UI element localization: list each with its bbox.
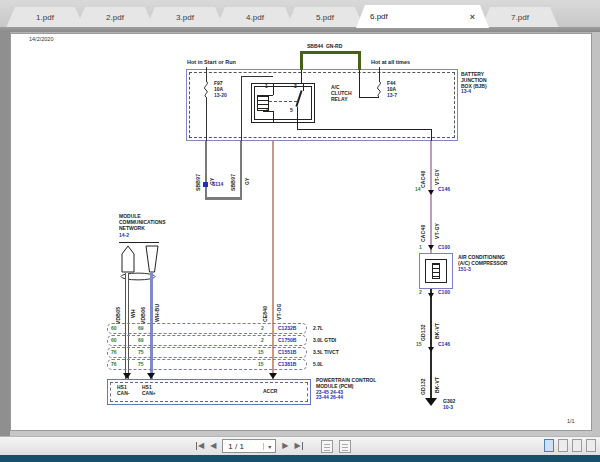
relay-pin3-lead <box>303 83 304 91</box>
wire-sbb44-left-leg <box>300 51 303 70</box>
continuous-view-button[interactable] <box>558 439 568 452</box>
row-pin: 60 <box>111 326 117 332</box>
tab-label: 5.pdf <box>316 13 334 22</box>
relay-pin1: 1 <box>265 84 268 90</box>
gnd-circuit-label-2: GD132 <box>421 355 426 395</box>
relay-pin2: 2 <box>265 108 268 114</box>
previous-view-button[interactable] <box>321 440 333 453</box>
row-pin: 76 <box>111 362 117 368</box>
fuse-f97-label: F9710A 13-20 <box>214 81 227 98</box>
wire-sbb44-right-leg <box>358 51 361 70</box>
wire-f97-top <box>206 67 207 81</box>
c146-feed-name: C146 <box>438 187 450 193</box>
mcn-bracket-line <box>119 242 159 243</box>
dropdown-caret-icon[interactable]: ▾ <box>263 443 275 450</box>
connector-chevron-icon <box>428 293 434 298</box>
page-number-value: 1 / 1 <box>223 442 263 451</box>
feed-color-label-2: VT-GY <box>435 205 440 239</box>
next-view-button[interactable] <box>339 440 351 453</box>
right-window-edge <box>592 32 600 436</box>
row-engine: 5.0L <box>313 362 323 368</box>
tab-label: 1.pdf <box>36 13 54 22</box>
wire-loop-left-gy <box>205 141 208 199</box>
ground-ref: 10-3 <box>443 405 453 411</box>
row-engine: 2.7L <box>313 326 323 332</box>
view-mode-group <box>544 439 596 452</box>
tabbar-bottom-edge <box>0 27 600 32</box>
splice-s114-dot <box>203 182 208 187</box>
pdf-page: 14/2/2020 1/1 Hot in Start or Run Hot at… <box>10 33 592 431</box>
sbb44-label: SBB44 GN-RD <box>307 44 342 50</box>
c146-gnd-name: C146 <box>438 342 450 348</box>
row-pin: 2 <box>261 338 264 344</box>
row-pin: 76 <box>111 350 117 356</box>
pcm-can-plus-label: HS1CAN+ <box>142 385 156 397</box>
row-connector: C1232B <box>278 326 296 332</box>
tab-2pdf[interactable]: 2.pdf <box>76 7 154 28</box>
page-number-combo[interactable]: 1 / 1 ▾ <box>222 439 276 453</box>
page-nav-group: ◀ ◀ 1 / 1 ▾ ▶ ▶ <box>196 439 351 453</box>
last-page-button[interactable]: ▶ <box>294 442 302 450</box>
tab-7pdf[interactable]: 7.pdf <box>481 7 559 28</box>
tab-6pdf-active[interactable]: 6.pdf × <box>356 5 489 28</box>
viewer-toolbar: ◀ ◀ 1 / 1 ▾ ▶ ▶ <box>0 436 600 455</box>
bus-terminator-icon <box>121 245 135 273</box>
loop-right-circuit-label: SBB97 <box>231 149 236 191</box>
single-page-view-button[interactable] <box>544 439 554 452</box>
tab-4pdf[interactable]: 4.pdf <box>216 7 294 28</box>
relay-coil-top-link <box>263 95 273 96</box>
wire-feed-vt <box>430 141 433 253</box>
pcm-connector-row <box>107 335 307 346</box>
row-pin: 69 <box>138 326 144 332</box>
wire-f97-down-in-box <box>206 97 207 141</box>
hot-at-all-times-label: Hot at all times <box>371 59 410 65</box>
first-page-button[interactable]: ◀ <box>196 442 204 450</box>
feed-color-label-1: VT-GY <box>435 151 440 185</box>
wire-gnd-bk <box>430 289 433 399</box>
pcm-box <box>107 379 311 405</box>
row-pin: 15 <box>258 350 264 356</box>
bjb-label: BATTERYJUNCTIONBOX (BJB) 13-4 <box>461 72 487 95</box>
wire-f44-drop <box>359 70 360 98</box>
can-minus-circuit-label: VDB05 <box>116 284 121 324</box>
relay-label: A/CCLUTCHRELAY <box>331 85 352 102</box>
accr-color-label: VT-OG <box>277 284 282 320</box>
status-bar <box>0 455 600 462</box>
tab-5pdf[interactable]: 5.pdf <box>286 7 364 28</box>
row-engine: 3.5L TIVCT <box>313 350 339 356</box>
loop-right-color-label: GY <box>245 153 250 185</box>
feed-circuit-label-2: CAC40 <box>421 202 426 242</box>
tab-3pdf[interactable]: 3.pdf <box>146 7 224 28</box>
close-icon[interactable]: × <box>470 12 475 22</box>
gnd-color-label-2: BK-VT <box>435 357 440 393</box>
c100-gnd-pin: 2 <box>419 290 422 296</box>
wire-loop-right-gy <box>240 141 243 199</box>
tab-1pdf[interactable]: 1.pdf <box>6 7 84 28</box>
pcm-accr-label: ACCR <box>263 389 277 395</box>
two-page-continuous-view-button[interactable] <box>586 439 596 452</box>
row-pin: 60 <box>111 338 117 344</box>
tab-label: 2.pdf <box>106 13 124 22</box>
relay-pin3: 3 <box>294 84 297 90</box>
c100-feed-pin: 1 <box>419 245 422 251</box>
pcm-connector-row <box>107 359 307 370</box>
wire-f44-link <box>359 97 379 98</box>
fuse-f44-label: F4410A 13-7 <box>387 81 397 98</box>
tab-label: 7.pdf <box>511 13 529 22</box>
row-connector: C1551B <box>278 350 296 356</box>
row-engine: 3.0L GTDI <box>313 338 336 344</box>
next-page-button[interactable]: ▶ <box>282 442 288 450</box>
relay-pin5: 5 <box>290 108 293 114</box>
connector-chevron-icon <box>428 347 434 352</box>
pcm-inner-dashed <box>110 382 308 402</box>
left-window-edge <box>0 32 10 436</box>
previous-page-button[interactable]: ◀ <box>210 442 216 450</box>
relay-pin2-lead <box>273 111 274 123</box>
wire-loop-bottom-gy <box>205 197 242 200</box>
pcm-connector-row <box>107 347 307 358</box>
tab-label: 4.pdf <box>246 13 264 22</box>
connector-chevron-icon <box>428 245 434 250</box>
two-page-view-button[interactable] <box>572 439 582 452</box>
feed-circuit-label-1: CAC40 <box>421 148 426 188</box>
row-pin: 75 <box>138 362 144 368</box>
